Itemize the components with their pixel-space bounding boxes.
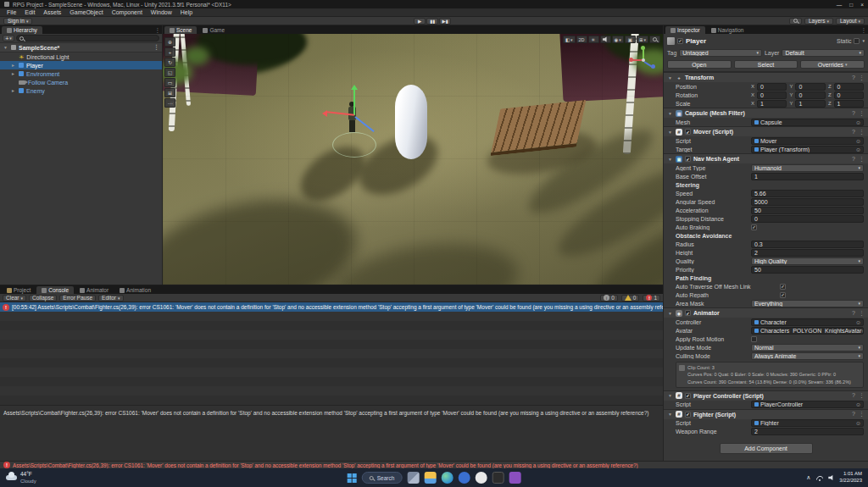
- layout-dropdown[interactable]: Layout▾: [836, 18, 865, 25]
- radius-field[interactable]: 0.3: [751, 241, 864, 248]
- component-menu-icon[interactable]: [859, 129, 865, 136]
- weather-widget[interactable]: 44°FCloudy: [6, 471, 36, 485]
- menu-gameobject[interactable]: GameObject: [65, 8, 107, 16]
- auto-repath-checkbox[interactable]: [780, 292, 786, 298]
- unity-hub-icon[interactable]: [475, 472, 487, 484]
- status-bar[interactable]: Assets\Scripts\Combat\Fighter.cs(26,39):…: [0, 461, 868, 468]
- add-gameobject-button[interactable]: +▾: [3, 35, 14, 42]
- error-filter-button[interactable]: 1: [643, 295, 660, 302]
- component-menu-icon[interactable]: [859, 156, 865, 163]
- tab-project[interactable]: Project: [2, 286, 36, 294]
- editor-search-button[interactable]: [789, 18, 802, 25]
- player-controller-header[interactable]: Player Controller (Script): [664, 391, 868, 401]
- scene-options-icon[interactable]: [153, 44, 159, 51]
- gizmo-center[interactable]: [642, 58, 645, 62]
- acceleration-field[interactable]: 50: [751, 207, 864, 214]
- visual-studio-icon[interactable]: [509, 472, 520, 484]
- rect-tool-icon[interactable]: ▭: [164, 78, 175, 87]
- hierarchy-menu-icon[interactable]: [155, 27, 161, 34]
- tab-scene[interactable]: Scene: [164, 26, 197, 34]
- gameobject-name[interactable]: Player: [686, 37, 706, 45]
- component-enabled-checkbox[interactable]: [685, 412, 691, 418]
- scale-z-field[interactable]: 1: [834, 100, 864, 108]
- custom-tool-icon[interactable]: ⋯: [164, 98, 175, 108]
- mover-header[interactable]: Mover (Script): [664, 127, 868, 136]
- fighter-header[interactable]: Fighter (Script): [664, 410, 868, 419]
- file-explorer-icon[interactable]: [424, 472, 436, 484]
- auto-braking-checkbox[interactable]: [751, 224, 757, 230]
- rotation-z-field[interactable]: 0: [834, 91, 864, 99]
- tab-navigation[interactable]: Navigation: [706, 26, 749, 34]
- rotate-tool-icon[interactable]: ↻: [164, 58, 175, 67]
- prefab-overrides-button[interactable]: Overrides▾: [800, 60, 865, 69]
- component-menu-icon[interactable]: [859, 310, 865, 317]
- step-button[interactable]: ▶▮: [439, 18, 451, 25]
- maximize-button[interactable]: □: [849, 2, 853, 8]
- pause-button[interactable]: ▮▮: [426, 18, 438, 25]
- visibility-toggle-icon[interactable]: ▣: [625, 36, 636, 43]
- mesh-filter-header[interactable]: Capsule (Mesh Filter): [664, 108, 868, 118]
- wifi-icon[interactable]: [815, 475, 823, 481]
- warning-filter-button[interactable]: 0: [621, 295, 640, 302]
- agent-type-dropdown[interactable]: Humanoid: [751, 164, 864, 172]
- help-icon[interactable]: [852, 392, 855, 399]
- component-enabled-checkbox[interactable]: [685, 129, 691, 135]
- tab-animation[interactable]: Animation: [114, 286, 156, 294]
- layers-dropdown[interactable]: Layers▾: [804, 18, 833, 25]
- component-menu-icon[interactable]: [859, 392, 865, 399]
- task-view-button[interactable]: [407, 472, 419, 484]
- weapon-range-field[interactable]: 2: [751, 428, 864, 435]
- info-filter-button[interactable]: 0: [600, 295, 618, 302]
- foldout-arrow-icon[interactable]: [667, 111, 673, 116]
- priority-field[interactable]: 50: [751, 266, 864, 274]
- menu-file[interactable]: File: [3, 8, 20, 16]
- console-log-list[interactable]: [00:55:42] Assets\Scripts\Combat\Fighter…: [0, 302, 663, 405]
- foldout-arrow-icon[interactable]: [667, 412, 673, 417]
- sign-in-button[interactable]: Sign in▾: [3, 18, 32, 25]
- static-dropdown-icon[interactable]: ▾: [862, 38, 865, 43]
- component-enabled-checkbox[interactable]: [685, 156, 691, 162]
- menu-help[interactable]: Help: [176, 8, 197, 16]
- position-z-field[interactable]: 0: [834, 83, 864, 91]
- tab-hierarchy[interactable]: Hierarchy: [2, 26, 42, 34]
- component-menu-icon[interactable]: [859, 75, 865, 81]
- start-button[interactable]: [348, 473, 357, 483]
- foldout-arrow-icon[interactable]: [667, 75, 673, 80]
- foldout-arrow-icon[interactable]: [10, 88, 16, 93]
- transform-header[interactable]: Transform: [664, 73, 868, 82]
- rotation-y-field[interactable]: 0: [795, 91, 825, 99]
- help-icon[interactable]: [852, 110, 855, 117]
- capsule-object[interactable]: [395, 85, 427, 159]
- help-icon[interactable]: [852, 411, 855, 418]
- z-axis-handle[interactable]: [651, 64, 655, 69]
- scale-y-field[interactable]: 1: [795, 100, 825, 108]
- help-icon[interactable]: [852, 75, 855, 81]
- controller-object-field[interactable]: Character: [751, 318, 864, 326]
- foldout-arrow-icon[interactable]: [10, 63, 16, 68]
- position-y-field[interactable]: 0: [795, 83, 825, 91]
- transform-tool-icon[interactable]: ⊞: [164, 88, 175, 97]
- animator-header[interactable]: Animator: [664, 308, 868, 318]
- tab-animator[interactable]: Animator: [75, 286, 114, 294]
- console-detail-pane[interactable]: Assets\Scripts\Combat\Fighter.cs(26,39):…: [0, 405, 663, 461]
- scale-tool-icon[interactable]: ◱: [164, 68, 175, 77]
- prefab-select-button[interactable]: Select: [734, 60, 798, 69]
- gizmo-y-axis-arrow[interactable]: [353, 90, 355, 115]
- hierarchy-scene-header[interactable]: SampleScene*: [0, 43, 162, 53]
- script-object-field[interactable]: PlayerController: [751, 401, 864, 408]
- hierarchy-item-player[interactable]: Player: [0, 61, 162, 69]
- add-component-button[interactable]: Add Component: [720, 443, 813, 454]
- apply-root-motion-checkbox[interactable]: [751, 336, 757, 342]
- 2d-toggle[interactable]: 2D: [576, 36, 587, 43]
- avatar-object-field[interactable]: Characters_POLYGON_KnightsAvatar: [751, 327, 864, 335]
- unity-editor-icon[interactable]: [492, 472, 504, 484]
- error-pause-button[interactable]: Error Pause: [59, 295, 96, 302]
- target-object-field[interactable]: Player (Transform): [751, 146, 864, 153]
- editor-dropdown[interactable]: Editor▾: [98, 295, 124, 302]
- foldout-arrow-icon[interactable]: [10, 71, 16, 76]
- tray-chevron-icon[interactable]: [806, 474, 810, 481]
- menu-window[interactable]: Window: [147, 8, 176, 16]
- foldout-arrow-icon[interactable]: [667, 157, 673, 162]
- layer-dropdown[interactable]: Default: [782, 49, 865, 57]
- hierarchy-item-directional-light[interactable]: Directional Light: [0, 53, 162, 61]
